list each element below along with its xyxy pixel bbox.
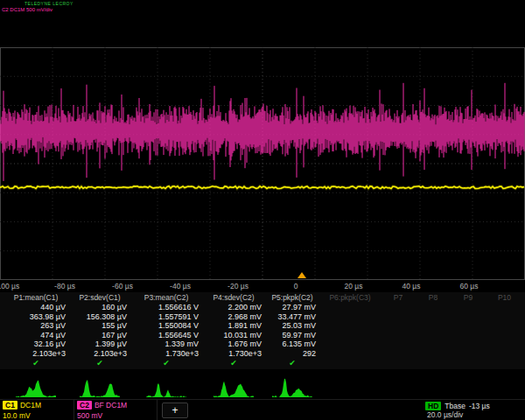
measure-value: 27.97 mV — [265, 303, 319, 312]
measure-status-check: ✔ — [69, 358, 130, 369]
measure-value: 1.730e+3 — [202, 349, 265, 359]
measure-stat-row: 2.103e+32.103e+31.730e+31.730e+3292 — [3, 349, 525, 359]
add-cursor-button[interactable]: + — [162, 402, 188, 418]
measure-value: 1.556645 V — [130, 331, 202, 340]
histicon-p1[interactable] — [16, 374, 56, 397]
measure-value: 1.676 mV — [202, 340, 265, 349]
c2-descriptor[interactable]: C2 BF DC1M 500 mV — [74, 400, 158, 420]
measure-value — [381, 340, 416, 349]
measure-value — [416, 303, 451, 312]
tbase-scale: 20.0 µs/div — [425, 411, 523, 419]
measure-value — [319, 321, 381, 331]
measure-status-check: ✔ — [265, 358, 319, 369]
measure-value: 32.16 µV — [3, 340, 69, 349]
measure-value — [451, 312, 486, 322]
measure-value: 2.103e+3 — [3, 349, 69, 359]
measure-value — [451, 331, 486, 340]
histicon-p2[interactable] — [80, 374, 120, 397]
measure-value: 6.135 mV — [265, 340, 319, 349]
tbase-delay: -13 µs — [469, 402, 490, 410]
time-label: -60 µs — [112, 282, 133, 290]
measure-value — [381, 331, 416, 340]
measure-header-4[interactable]: P4:sdev(C2) — [202, 292, 265, 303]
measure-status-check: ✔ — [130, 358, 202, 369]
c1-coupling: DC1M — [20, 401, 41, 410]
bottom-bar-spacer — [192, 400, 424, 420]
histicon-row[interactable] — [0, 374, 525, 397]
timebase-descriptor[interactable]: HD Tbase -13 µs 20.0 µs/div — [424, 400, 525, 420]
tbase-label: Tbase — [444, 402, 466, 410]
measure-value — [416, 312, 451, 322]
measure-stat-row: 263 µV155 µV1.550084 V1.891 mV25.03 mV — [3, 321, 525, 331]
c1-descriptor[interactable]: C1 DC1M 10.0 mV — [0, 400, 74, 420]
measure-value: 263 µV — [3, 321, 69, 331]
c2-scale: 500 mV — [77, 411, 154, 420]
graticule-svg — [0, 47, 525, 280]
measure-value — [319, 349, 381, 359]
measure-value: 25.03 mV — [265, 321, 319, 331]
measure-header-3[interactable]: P3:mean(C2) — [130, 292, 202, 303]
time-label: 40 µs — [402, 282, 421, 290]
measure-value: 2.200 mV — [202, 303, 265, 312]
time-label: 20 µs — [345, 282, 363, 290]
measure-value — [319, 303, 381, 312]
c1-badge: C1 — [3, 401, 18, 410]
measure-value — [451, 340, 486, 349]
top-bar: TELEDYNE LECROY C2 DC1M 500 mV/div — [0, 0, 525, 47]
waveform-grid[interactable] — [0, 47, 525, 280]
measure-value — [381, 312, 416, 322]
measure-value: 33.477 mV — [265, 312, 319, 322]
measure-value: 156.308 µV — [69, 312, 130, 322]
measure-value — [486, 349, 523, 359]
measure-value — [381, 303, 416, 312]
hd-badge: HD — [425, 402, 441, 410]
measure-value: 1.556616 V — [130, 303, 202, 312]
measure-header-1[interactable]: P1:mean(C1) — [3, 292, 69, 303]
c1-scale: 10.0 mV — [3, 411, 71, 420]
histicon-p3[interactable] — [146, 374, 186, 397]
time-label: 60 µs — [460, 282, 479, 290]
measure-header-2[interactable]: P2:sdev(C1) — [69, 292, 130, 303]
measure-status-check — [451, 358, 486, 369]
measure-value — [416, 349, 451, 359]
measure-value: 10.031 mV — [202, 331, 265, 340]
measurement-table[interactable]: P1:mean(C1)P2:sdev(C1)P3:mean(C2)P4:sdev… — [0, 292, 525, 369]
measure-header-10[interactable]: P10 — [486, 292, 523, 303]
measure-header-5[interactable]: P5:pkpk(C2) — [265, 292, 319, 303]
measure-value: 1.891 mV — [202, 321, 265, 331]
measure-value — [416, 331, 451, 340]
oscilloscope-screen: TELEDYNE LECROY C2 DC1M 500 mV/div -100 … — [0, 0, 525, 420]
measure-value: 167 µV — [69, 331, 130, 340]
c2-annotation-label: C2 DC1M 500 mV/div — [2, 7, 52, 12]
time-label: 0 — [294, 282, 298, 290]
measure-value: 440 µV — [3, 303, 69, 312]
measure-value — [319, 312, 381, 322]
histicon-p5[interactable] — [272, 374, 312, 397]
measure-value — [451, 321, 486, 331]
brand-label: TELEDYNE LECROY — [24, 1, 74, 6]
measure-value — [416, 321, 451, 331]
measure-value — [451, 303, 486, 312]
measure-status-check: ✔ — [202, 358, 265, 369]
measure-value — [381, 349, 416, 359]
histicon-p4[interactable] — [214, 374, 254, 397]
time-label: -100 µs — [0, 282, 19, 290]
measure-value — [486, 303, 523, 312]
measure-status-check — [319, 358, 381, 369]
measure-header-row: P1:mean(C1)P2:sdev(C1)P3:mean(C2)P4:sdev… — [3, 292, 525, 303]
c2-coupling: BF DC1M — [94, 401, 127, 410]
measure-value: 363.98 µV — [3, 312, 69, 322]
measure-header-8[interactable]: P8 — [416, 292, 451, 303]
measure-value: 1.730e+3 — [130, 349, 202, 359]
measure-value: 1.550084 V — [130, 321, 202, 331]
measure-value — [486, 312, 523, 322]
measure-value: 292 — [265, 349, 319, 359]
measure-value — [319, 340, 381, 349]
measure-header-6[interactable]: P6:pkpk(C3) — [319, 292, 381, 303]
measure-header-7[interactable]: P7 — [381, 292, 416, 303]
trigger-position-marker[interactable] — [298, 272, 306, 278]
bottom-bar: C1 DC1M 10.0 mV C2 BF DC1M 500 mV + HD T… — [0, 399, 525, 420]
measure-value: 1.557591 V — [130, 312, 202, 322]
measure-status-check — [381, 358, 416, 369]
measure-header-9[interactable]: P9 — [451, 292, 486, 303]
